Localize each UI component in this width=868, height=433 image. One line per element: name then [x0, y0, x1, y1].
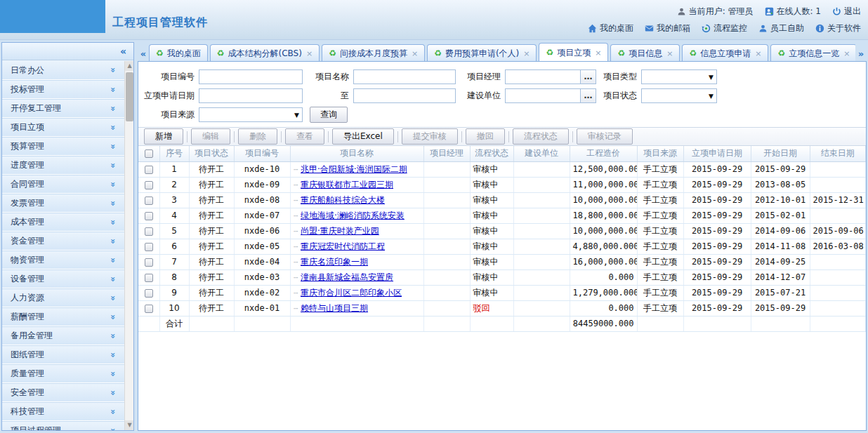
- table-row[interactable]: 5待开工nxde-06···尚盟·重庆时装产业园审核中10,000,000.00…: [138, 223, 866, 239]
- apply-date-from-input[interactable]: [199, 88, 303, 103]
- row-checkbox[interactable]: [145, 166, 153, 174]
- table-row[interactable]: 10待开工nxde-01···赖特与山项目三期驳回0.000手工立项2015-0…: [138, 300, 866, 316]
- sidebar-item[interactable]: 日常办公»: [2, 61, 124, 80]
- tab-scroll-left-icon[interactable]: «: [138, 45, 149, 62]
- project-name-input[interactable]: [353, 69, 456, 84]
- project-link[interactable]: 赖特与山项目三期: [301, 303, 368, 313]
- row-checkbox[interactable]: [145, 181, 153, 189]
- topbar-link[interactable]: 当前用户: 管理员: [677, 6, 754, 18]
- sidebar-item[interactable]: 人力资源»: [2, 288, 124, 307]
- scrollbar-thumb[interactable]: [126, 72, 133, 121]
- project-link[interactable]: 绿地海域·澜峪消防系统安装: [301, 211, 405, 220]
- table-row[interactable]: 6待开工nxde-05···重庆冠宏时代消防工程审核中4,880,000.000…: [138, 239, 866, 254]
- project-code-input[interactable]: [199, 69, 303, 84]
- topbar-link[interactable]: 我的桌面: [588, 22, 633, 34]
- sidebar-scrollbar[interactable]: ▲ ▼: [124, 61, 133, 430]
- close-icon[interactable]: ×: [523, 49, 530, 58]
- sidebar-item[interactable]: 项目立项»: [2, 118, 124, 137]
- table-row[interactable]: 3待开工nxde-08···重庆船舶科技综合大楼审核中10,000,000.00…: [138, 192, 866, 208]
- topbar-link[interactable]: 退出: [832, 6, 861, 18]
- sidebar-item[interactable]: 开停复工管理»: [2, 99, 124, 118]
- sidebar-body: 日常办公»投标管理»开停复工管理»项目立项»预算管理»进度管理»合同管理»发票管…: [2, 61, 133, 430]
- sidebar-item[interactable]: 预算管理»: [2, 137, 124, 156]
- chevron-down-icon: »: [108, 295, 118, 301]
- tab[interactable]: ♻成本结构分解(CBS)×: [210, 44, 320, 62]
- manager-picker-button[interactable]: …: [581, 69, 596, 84]
- sidebar-item[interactable]: 薪酬管理»: [2, 307, 124, 326]
- sidebar-item[interactable]: 物资管理»: [2, 251, 124, 269]
- tab[interactable]: ♻我的桌面: [149, 44, 208, 62]
- project-status-select[interactable]: ▼: [641, 88, 717, 103]
- unit-picker-button[interactable]: …: [581, 88, 596, 103]
- close-icon[interactable]: ×: [306, 49, 313, 58]
- build-unit-input[interactable]: [505, 88, 581, 103]
- table-row[interactable]: 4待开工nxde-07···绿地海域·澜峪消防系统安装审核中18,800,000…: [138, 208, 866, 223]
- close-icon[interactable]: ×: [666, 49, 673, 58]
- topbar-link[interactable]: 在线人数: 1: [765, 6, 822, 18]
- topbar-link[interactable]: 我的邮箱: [645, 22, 690, 34]
- tab-scroll-right-icon[interactable]: »: [855, 45, 867, 62]
- toolbar-button-1[interactable]: 新增: [144, 128, 183, 145]
- row-checkbox[interactable]: [145, 305, 153, 313]
- project-link[interactable]: 重庆船舶科技综合大楼: [301, 195, 385, 205]
- close-icon[interactable]: ×: [755, 49, 761, 58]
- project-link[interactable]: 重庆银联都市工业园三期: [301, 180, 393, 189]
- project-link[interactable]: 重庆冠宏时代消防工程: [301, 241, 385, 251]
- project-manager-input[interactable]: [505, 69, 581, 84]
- project-link[interactable]: 重庆市合川区二郎印象小区: [301, 288, 402, 298]
- sidebar-item[interactable]: 投标管理»: [2, 80, 124, 99]
- close-icon[interactable]: ×: [412, 49, 418, 58]
- apply-date-cell: 2015-09-29: [683, 239, 751, 254]
- sidebar-item[interactable]: 科技管理»: [2, 402, 124, 421]
- sidebar-collapse-icon[interactable]: «: [120, 46, 126, 57]
- project-link[interactable]: 潼南县新城金福岛安置房: [301, 272, 393, 282]
- table-row[interactable]: 7待开工nxde-04···重庆名流印象一期审核中16,000,000.000手…: [138, 254, 866, 269]
- sidebar-item[interactable]: 进度管理»: [2, 156, 124, 175]
- table-row[interactable]: 8待开工nxde-03···潼南县新城金福岛安置房审核中0.000手工立项201…: [138, 269, 866, 285]
- sidebar-item[interactable]: 资金管理»: [2, 232, 124, 251]
- row-checkbox[interactable]: [145, 258, 153, 267]
- tab[interactable]: ♻项目立项×: [539, 43, 608, 62]
- sidebar-item[interactable]: 项目过程管理»: [2, 421, 124, 430]
- row-checkbox[interactable]: [145, 243, 153, 251]
- table-row[interactable]: 2待开工nxde-09···重庆银联都市工业园三期审核中11,000,000.0…: [138, 177, 866, 192]
- topbar-link[interactable]: 关于软件: [815, 22, 861, 34]
- topbar-link[interactable]: 流程监控: [702, 22, 747, 34]
- tab[interactable]: ♻项目信息×: [610, 44, 680, 62]
- close-icon[interactable]: ×: [843, 49, 850, 58]
- tab[interactable]: ♻信息立项申请×: [682, 44, 768, 62]
- project-link[interactable]: 尚盟·重庆时装产业园: [301, 226, 379, 236]
- project-type-select[interactable]: ▼: [641, 69, 717, 84]
- select-all-checkbox[interactable]: [145, 149, 153, 158]
- sidebar-item[interactable]: 备用金管理»: [2, 326, 124, 345]
- tab[interactable]: ♻费用预算申请(个人)×: [427, 44, 537, 62]
- sidebar-item[interactable]: 图纸管理»: [2, 345, 124, 364]
- tab[interactable]: ♻间接成本月度预算×: [322, 44, 425, 62]
- sidebar-item[interactable]: 安全管理»: [2, 383, 124, 402]
- tab[interactable]: ♻立项信息一览×: [770, 44, 855, 62]
- table-row[interactable]: 1待开工nxde-10···兆甲·合阳新城·海润国际二期审核中12,500,00…: [138, 161, 866, 177]
- table-row[interactable]: 9待开工nxde-02···重庆市合川区二郎印象小区审核中1,279,000.0…: [138, 285, 866, 300]
- sidebar-item[interactable]: 合同管理»: [2, 175, 124, 194]
- toolbar-button-5[interactable]: 导出Excel: [332, 128, 394, 145]
- topbar-link-label: 退出: [844, 6, 861, 18]
- row-checkbox[interactable]: [145, 196, 153, 205]
- scroll-up-icon[interactable]: ▲: [125, 61, 133, 71]
- topbar-link[interactable]: 员工自助: [758, 22, 804, 34]
- close-icon[interactable]: ×: [595, 48, 601, 58]
- project-link[interactable]: 重庆名流印象一期: [301, 257, 368, 267]
- sidebar-item[interactable]: 质量管理»: [2, 364, 124, 383]
- apply-date-to-input[interactable]: [353, 88, 456, 103]
- row-checkbox[interactable]: [145, 289, 153, 298]
- sidebar-item[interactable]: 设备管理»: [2, 269, 124, 288]
- sidebar-item[interactable]: 发票管理»: [2, 194, 124, 213]
- row-checkbox[interactable]: [145, 274, 153, 282]
- project-link[interactable]: 兆甲·合阳新城·海润国际二期: [301, 164, 407, 174]
- manager-cell: [423, 177, 470, 192]
- row-checkbox[interactable]: [145, 212, 153, 220]
- row-checkbox[interactable]: [145, 227, 153, 236]
- scroll-down-icon[interactable]: ▼: [125, 420, 133, 430]
- project-source-select[interactable]: ▼: [199, 107, 303, 122]
- sidebar-item[interactable]: 成本管理»: [2, 213, 124, 232]
- search-button[interactable]: 查询: [310, 107, 348, 123]
